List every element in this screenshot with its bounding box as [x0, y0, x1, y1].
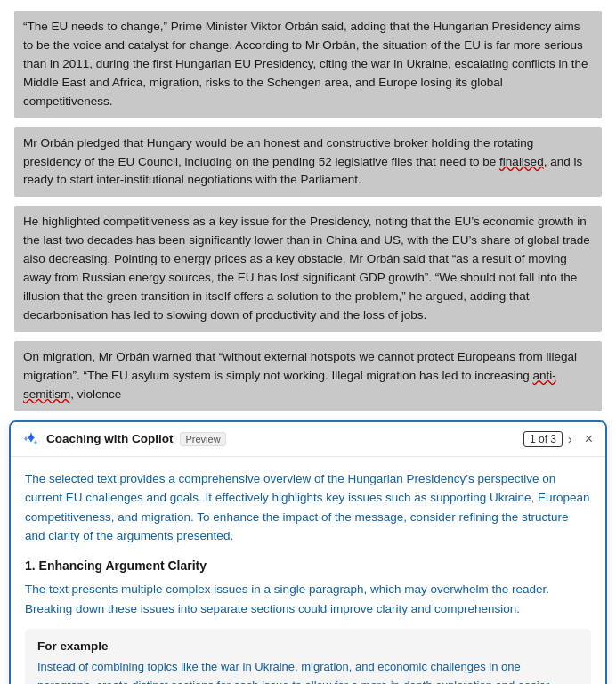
example-text: Instead of combining topics like the war… — [37, 658, 579, 684]
page-current: 1 — [530, 433, 536, 445]
paragraph-2-text: Mr Orbán pledged that Hungary would be a… — [23, 136, 582, 187]
paragraph-3-text: He highlighted competitiveness as a key … — [23, 215, 590, 322]
copilot-header: Coaching with Copilot Preview 1 of 3 › × — [11, 422, 605, 457]
paragraph-1-text: “The EU needs to change,” Prime Minister… — [23, 20, 588, 108]
copilot-sparkle-icon — [22, 430, 40, 448]
preview-badge: Preview — [180, 432, 225, 446]
paragraph-3: He highlighted competitiveness as a key … — [14, 206, 602, 332]
copilot-summary: The selected text provides a comprehensi… — [25, 469, 591, 546]
copilot-body[interactable]: The selected text provides a comprehensi… — [11, 457, 605, 684]
page-indicator: 1 of 3 › — [523, 431, 574, 447]
section1-title: 1. Enhancing Argument Clarity — [25, 558, 591, 573]
underline-finalised: finalised — [499, 155, 544, 168]
copilot-title: Coaching with Copilot — [46, 432, 173, 445]
next-page-button[interactable]: › — [566, 432, 574, 446]
document-area: “The EU needs to change,” Prime Minister… — [0, 0, 616, 411]
paragraph-4-text: On migration, Mr Orbán warned that “with… — [23, 350, 577, 401]
underline-antisemitism: anti-semitism — [23, 369, 556, 401]
section1-body: The text presents multiple complex issue… — [25, 580, 591, 618]
close-button[interactable]: × — [583, 431, 595, 447]
page-box: 1 of 3 — [523, 431, 563, 447]
example-box: For example Instead of combining topics … — [25, 629, 591, 684]
page-total: 3 — [550, 433, 556, 445]
copilot-panel: Coaching with Copilot Preview 1 of 3 › ×… — [9, 420, 607, 684]
paragraph-4: On migration, Mr Orbán warned that “with… — [14, 341, 602, 411]
example-label: For example — [37, 639, 579, 653]
copilot-icon — [21, 429, 41, 449]
paragraph-2: Mr Orbán pledged that Hungary would be a… — [14, 127, 602, 198]
paragraph-1: “The EU needs to change,” Prime Minister… — [14, 11, 602, 118]
page-separator: of — [539, 433, 550, 445]
